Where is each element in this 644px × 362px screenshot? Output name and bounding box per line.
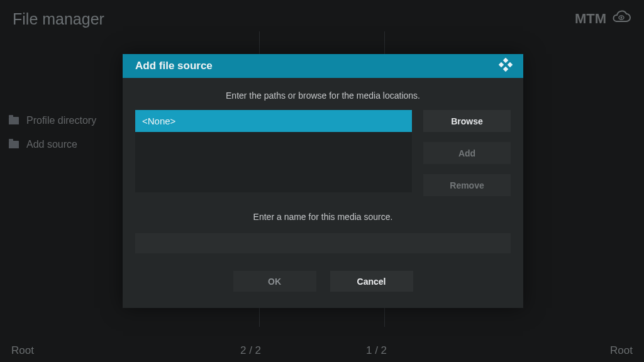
- folder-icon: [9, 141, 19, 148]
- dialog-header: Add file source: [123, 54, 523, 78]
- ok-button[interactable]: OK: [233, 271, 316, 292]
- sidebar-item-label: Add source: [26, 139, 77, 150]
- instruction-paths: Enter the paths or browse for the media …: [135, 90, 511, 101]
- svg-rect-2: [503, 58, 508, 63]
- cloud-icon: [611, 8, 631, 30]
- svg-rect-3: [499, 62, 504, 67]
- mtm-label: MTM: [575, 11, 606, 27]
- svg-point-1: [621, 17, 623, 19]
- cancel-button[interactable]: Cancel: [330, 271, 413, 292]
- footer-right-label: Root: [610, 344, 633, 357]
- svg-rect-4: [508, 62, 513, 67]
- sidebar-item-add-source[interactable]: Add source: [9, 139, 96, 150]
- path-entry-selected[interactable]: <None>: [135, 110, 412, 132]
- dialog-title: Add file source: [135, 60, 213, 72]
- path-list[interactable]: <None>: [135, 110, 412, 192]
- instruction-name: Enter a name for this media source.: [135, 212, 511, 222]
- add-file-source-dialog: Add file source Enter the paths or brows…: [123, 54, 523, 308]
- browse-button[interactable]: Browse: [423, 110, 511, 132]
- source-name-input[interactable]: [135, 233, 511, 253]
- sidebar-item-profile-directory[interactable]: Profile directory: [9, 115, 96, 126]
- add-button[interactable]: Add: [423, 142, 511, 164]
- footer-count-right: 1 / 2: [366, 344, 387, 357]
- kodi-logo-icon: [498, 57, 513, 75]
- remove-button[interactable]: Remove: [423, 174, 511, 196]
- folder-icon: [9, 117, 19, 124]
- footer-left-label: Root: [11, 344, 34, 357]
- sidebar-item-label: Profile directory: [26, 115, 96, 126]
- svg-rect-5: [503, 67, 508, 72]
- page-title: File manager: [13, 10, 104, 28]
- footer-count-left: 2 / 2: [240, 344, 261, 357]
